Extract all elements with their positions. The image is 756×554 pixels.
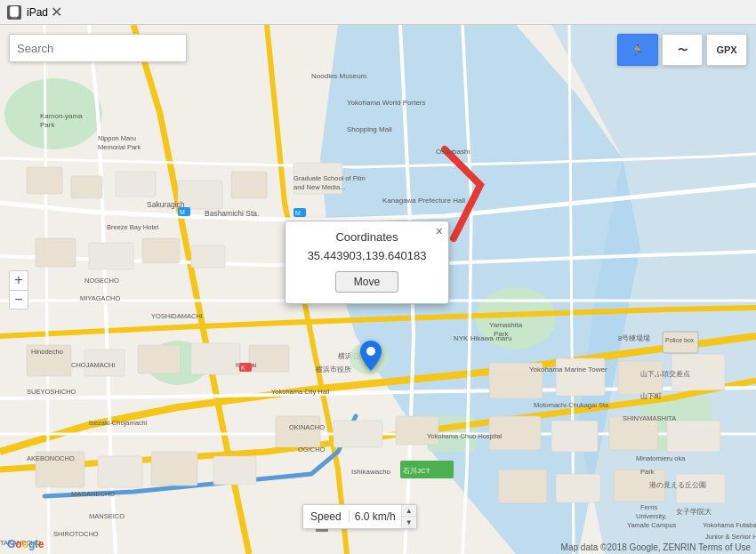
svg-text:Osanbashi: Osanbashi — [436, 148, 470, 156]
svg-rect-15 — [89, 243, 133, 269]
svg-rect-10 — [116, 172, 156, 197]
svg-text:石川JCT: 石川JCT — [403, 467, 430, 475]
svg-text:Kanagawa Prefecture Hall: Kanagawa Prefecture Hall — [382, 197, 465, 205]
svg-text:MANSEICO: MANSEICO — [89, 512, 125, 520]
svg-rect-8 — [27, 167, 62, 194]
title-bar: iPad ✕ — [0, 0, 756, 25]
app-icon — [7, 5, 21, 20]
svg-rect-1 — [12, 17, 17, 19]
zoom-out-button[interactable]: − — [9, 290, 28, 309]
gpx-button[interactable]: GPX — [706, 34, 747, 66]
svg-rect-28 — [151, 452, 197, 486]
svg-text:Bashamichi Sta.: Bashamichi Sta. — [205, 209, 259, 218]
svg-text:横浜市役所: 横浜市役所 — [316, 365, 351, 373]
popup-coordinates: 35.443903,139.640183 — [296, 249, 438, 262]
svg-rect-37 — [667, 421, 720, 452]
speed-increase-button[interactable]: ▲ — [402, 505, 416, 517]
svg-rect-25 — [396, 416, 438, 445]
toolbar: 🏃 〜 GPX — [617, 34, 747, 66]
svg-text:M: M — [180, 209, 185, 215]
svg-rect-32 — [618, 361, 663, 395]
zoom-in-button[interactable]: + — [9, 270, 28, 290]
svg-text:University,: University, — [636, 512, 666, 520]
svg-text:8号棟場場: 8号棟場場 — [618, 334, 650, 342]
svg-text:Ferris: Ferris — [640, 503, 657, 511]
svg-text:山下ふ頭交差点: 山下ふ頭交差点 — [640, 370, 690, 378]
chart-button[interactable]: 〜 — [662, 34, 703, 66]
svg-rect-9 — [71, 176, 102, 198]
svg-text:Police box: Police box — [665, 337, 695, 343]
search-bar — [9, 34, 187, 62]
svg-text:女子学院大: 女子学院大 — [676, 508, 712, 516]
svg-rect-17 — [191, 245, 225, 268]
svg-text:Nippon Maru: Nippon Maru — [98, 134, 136, 142]
svg-text:Isezaki-Chojamachi: Isezaki-Chojamachi — [89, 419, 148, 427]
svg-text:Yokohama World Porters: Yokohama World Porters — [347, 99, 426, 107]
svg-rect-39 — [556, 474, 600, 502]
popup-close-button[interactable]: × — [436, 225, 443, 237]
svg-rect-21 — [191, 343, 240, 374]
svg-text:and New Media...: and New Media... — [294, 183, 345, 191]
svg-text:CHOJAMACHI: CHOJAMACHI — [71, 361, 116, 369]
gpx-label: GPX — [716, 44, 736, 55]
popup-move-button[interactable]: Move — [335, 271, 398, 293]
svg-rect-23 — [276, 416, 320, 447]
svg-text:AKEBONOCHO: AKEBONOCHO — [27, 454, 75, 462]
popup-title: Coordinates — [296, 230, 438, 244]
svg-text:Graduate School of Film: Graduate School of Film — [294, 174, 366, 182]
speed-value: 6.0 km/h — [350, 510, 401, 523]
map-pin[interactable] — [360, 341, 382, 373]
svg-text:Park: Park — [40, 121, 55, 129]
zoom-controls: + − — [9, 270, 28, 309]
chart-icon: 〜 — [678, 44, 688, 57]
speed-label: Speed — [303, 510, 350, 523]
svg-text:山下町: 山下町 — [640, 392, 662, 400]
svg-rect-12 — [231, 172, 267, 198]
svg-text:K: K — [241, 365, 245, 371]
svg-text:Yamashita: Yamashita — [489, 321, 523, 329]
google-logo: Google — [7, 538, 44, 550]
svg-rect-20 — [138, 345, 181, 373]
speed-bar: Speed 6.0 km/h ▲ ▼ — [302, 504, 417, 529]
svg-rect-38 — [498, 470, 547, 503]
svg-point-106 — [366, 347, 375, 356]
svg-text:Ishikawacho: Ishikawacho — [351, 468, 391, 476]
svg-text:Memorial Park: Memorial Park — [98, 143, 141, 151]
svg-text:Yamate Campus: Yamate Campus — [627, 521, 677, 529]
search-input[interactable] — [17, 42, 179, 55]
svg-text:Breeze Bay Hotel: Breeze Bay Hotel — [107, 223, 159, 231]
svg-text:OKINACHO: OKINACHO — [289, 423, 325, 431]
svg-text:Yokohama City Hall: Yokohama City Hall — [271, 388, 330, 396]
svg-rect-14 — [36, 238, 76, 267]
speed-decrease-button[interactable]: ▼ — [402, 517, 416, 528]
svg-text:港の見える丘公園: 港の見える丘公園 — [649, 481, 706, 489]
speed-spinner: ▲ ▼ — [401, 505, 416, 528]
svg-text:Minatomieru oka: Minatomieru oka — [636, 454, 686, 462]
svg-rect-27 — [98, 456, 142, 487]
svg-text:Junior & Senior HS: Junior & Senior HS — [705, 533, 756, 541]
svg-text:NOGECHO: NOGECHO — [84, 277, 119, 285]
svg-text:Hinodecho: Hinodecho — [31, 348, 63, 356]
svg-text:NYK Hikawa maru: NYK Hikawa maru — [454, 334, 511, 342]
svg-text:Yokohama Marine Tower: Yokohama Marine Tower — [529, 365, 607, 373]
svg-text:SUEYOSHICHO: SUEYOSHICHO — [27, 388, 76, 396]
close-button[interactable]: ✕ — [48, 4, 64, 20]
svg-text:Kamon-yama: Kamon-yama — [40, 112, 83, 120]
svg-text:Park: Park — [640, 468, 655, 476]
svg-text:OGICHO: OGICHO — [298, 446, 326, 454]
svg-text:Motomachi-Chukagai Sta.: Motomachi-Chukagai Sta. — [534, 401, 610, 409]
svg-text:YOSHIDAMACHI: YOSHIDAMACHI — [151, 312, 203, 320]
run-button[interactable]: 🏃 — [617, 34, 658, 66]
svg-text:Shopping Mall: Shopping Mall — [347, 125, 392, 133]
run-icon: 🏃 — [631, 44, 644, 56]
svg-rect-31 — [556, 358, 605, 396]
svg-text:SHINYAMASHITA: SHINYAMASHITA — [623, 414, 676, 422]
svg-rect-0 — [10, 6, 19, 17]
map-attribution: Map data ©2018 Google, ZENRIN Terms of U… — [561, 542, 751, 552]
svg-text:M: M — [295, 210, 301, 216]
svg-text:Yokohama Futaba: Yokohama Futaba — [703, 521, 756, 529]
svg-text:MIYAGACHO: MIYAGACHO — [80, 294, 120, 302]
svg-rect-29 — [213, 456, 256, 485]
svg-text:SHIROTOCHO: SHIROTOCHO — [53, 530, 99, 538]
map-container[interactable]: Kamon-yama Park Nippon Maru Memorial Par… — [0, 25, 756, 554]
